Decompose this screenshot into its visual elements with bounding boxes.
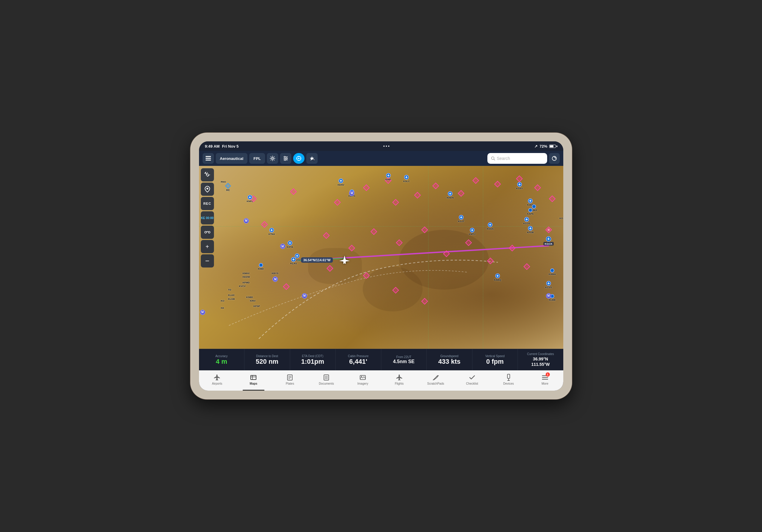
navaid-16[interactable]	[349, 246, 354, 251]
navaid-9[interactable]	[473, 178, 478, 183]
battery-percent: 72%	[539, 144, 547, 149]
airport-ktnx[interactable]: KTNX	[268, 228, 275, 236]
navaid-29[interactable]	[284, 284, 289, 289]
navaid-18[interactable]	[397, 240, 402, 245]
navaid-7[interactable]	[433, 184, 438, 188]
tab-checklist[interactable]: Checklist	[454, 371, 491, 391]
airport-kpub[interactable]: KPUB	[527, 226, 534, 234]
svg-rect-1	[205, 158, 211, 159]
timer-display[interactable]: KE 00:00	[201, 211, 214, 224]
airport-kgxy[interactable]: KGXY	[516, 182, 523, 190]
navaid-14[interactable]	[262, 222, 267, 227]
navaid-3[interactable]	[335, 200, 340, 205]
airport-kapa[interactable]: KAPA	[527, 208, 534, 215]
navaid-23[interactable]	[510, 246, 514, 251]
compass-button[interactable]	[293, 153, 304, 164]
military-marker-2[interactable]: M	[280, 244, 285, 249]
navaid-13[interactable]	[550, 196, 555, 201]
refresh-location-button[interactable]	[549, 153, 560, 164]
airport-kenv[interactable]: KENV	[338, 179, 344, 186]
map-type-button[interactable]: Aeronautical	[216, 153, 248, 164]
navaid-26[interactable]	[393, 288, 398, 293]
navaid-19[interactable]	[422, 227, 427, 232]
navaid-28[interactable]	[328, 266, 332, 271]
svg-point-8	[286, 158, 287, 159]
tab-flights-label: Flights	[395, 382, 404, 385]
fpl-button[interactable]: FPL	[249, 153, 265, 164]
zoom-out-icon: −	[205, 257, 209, 265]
airport-kguc[interactable]: KGUC	[487, 222, 494, 230]
map-area[interactable]: 36.54°N/114.61°W HC	[199, 166, 563, 349]
airport-kabq[interactable]: KABQ	[494, 273, 501, 281]
label-kedw: KEDW	[243, 275, 250, 278]
layers-button[interactable]	[202, 153, 214, 164]
airport-klas[interactable]: KLAS	[290, 257, 297, 265]
navaid-25[interactable]	[364, 273, 369, 278]
airport-khdn[interactable]: KHDN	[447, 191, 454, 199]
airport-kama[interactable]: KAMA	[549, 268, 556, 275]
satellite-icon	[204, 172, 211, 178]
airport-kgjt[interactable]: KGJT	[458, 215, 464, 223]
tab-more[interactable]: 1 More	[527, 371, 563, 391]
airport-khif[interactable]: KHIF	[386, 173, 391, 181]
tab-airports[interactable]: Airports	[199, 371, 236, 391]
ipad-screen: 9:49 AM Fri Nov 5 ↗ 72%	[199, 141, 563, 391]
airport-knfl[interactable]: KNFL	[247, 195, 253, 203]
tab-imagery[interactable]: Imagery	[344, 371, 381, 391]
navaid-20[interactable]	[444, 251, 449, 256]
navaid-2[interactable]	[291, 189, 296, 194]
zoom-out-button[interactable]: −	[201, 254, 214, 267]
label-kvcv: KVCV	[239, 285, 246, 287]
airport-kmtj[interactable]: KMTJ	[469, 228, 476, 236]
navaid-27[interactable]	[422, 299, 427, 304]
tab-maps[interactable]: Maps	[235, 371, 271, 391]
navaid-15[interactable]	[324, 233, 329, 238]
navaid-hc[interactable]: HC	[226, 184, 230, 191]
label-klax: KLAX	[228, 294, 235, 296]
military-marker-5[interactable]: M	[200, 310, 205, 315]
settings-button[interactable]	[267, 153, 278, 164]
military-marker-7[interactable]: M	[349, 191, 354, 196]
airport-kxta[interactable]: KXTA	[287, 241, 293, 248]
navaid-kgck[interactable]	[546, 227, 551, 232]
navaid-5[interactable]	[393, 200, 398, 205]
tab-flights[interactable]: Flights	[381, 371, 418, 391]
status-bar: 9:49 AM Fri Nov 5 ↗ 72%	[199, 141, 563, 151]
military-marker-3[interactable]: M	[272, 276, 278, 282]
military-marker-6[interactable]: M	[546, 293, 551, 299]
tab-plates[interactable]: Plates	[271, 371, 308, 391]
navaid-10[interactable]	[495, 182, 500, 187]
tab-scratchpads[interactable]: ScratchPads	[418, 371, 454, 391]
navaid-11[interactable]	[517, 176, 522, 181]
navaid-22[interactable]	[488, 259, 493, 263]
military-marker-1[interactable]: M	[244, 218, 249, 224]
navaid-6[interactable]	[415, 193, 420, 197]
tab-devices[interactable]: Devices	[491, 371, 527, 391]
tab-documents[interactable]: Documents	[308, 371, 344, 391]
airport-kcvs[interactable]: KCVS	[545, 281, 552, 289]
navaid-17[interactable]	[371, 229, 376, 234]
zoom-in-button[interactable]: +	[201, 240, 214, 253]
military-marker-4[interactable]: M	[302, 293, 307, 299]
label-ktd: TD	[228, 288, 231, 291]
airplane-marker	[339, 254, 350, 267]
rec-button[interactable]: REC	[201, 197, 214, 210]
navaid-12[interactable]	[535, 185, 540, 190]
satellite-toggle[interactable]	[201, 168, 214, 182]
route-button[interactable]	[201, 226, 214, 239]
airport-kgck[interactable]: KGCK	[543, 236, 554, 245]
dot-2	[386, 146, 387, 147]
airport-knid[interactable]: KNID	[258, 263, 264, 270]
filter-button[interactable]	[280, 153, 291, 164]
navaid-21[interactable]	[466, 240, 471, 245]
navaid-8[interactable]	[459, 191, 464, 196]
coord-text: 36.54°N/114.61°W	[303, 258, 331, 262]
svg-rect-2	[205, 160, 211, 161]
svg-point-42	[361, 376, 362, 377]
airport-kcos[interactable]: KCOS	[523, 217, 530, 225]
airport-kslc[interactable]: KSLC	[403, 175, 410, 183]
pin-button[interactable]	[201, 183, 214, 196]
navaid-4[interactable]	[364, 185, 369, 190]
navaid-24[interactable]	[524, 264, 529, 269]
recents-button[interactable]	[306, 153, 318, 164]
